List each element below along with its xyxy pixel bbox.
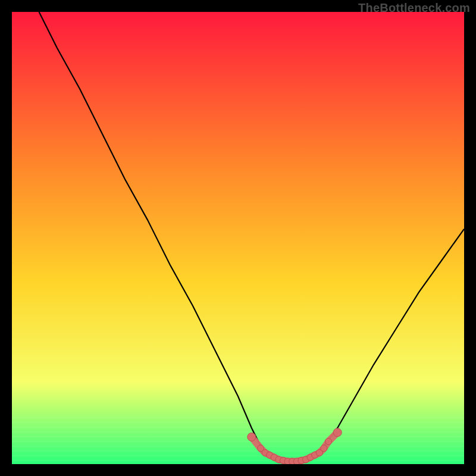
marker-dot — [321, 445, 327, 452]
marker-dot — [333, 428, 342, 437]
chart-svg — [12, 12, 464, 464]
marker-dot — [248, 433, 256, 441]
chart-stage: TheBottleneck.com — [0, 0, 476, 476]
plot-area — [12, 12, 464, 464]
marker-dot — [325, 439, 332, 445]
